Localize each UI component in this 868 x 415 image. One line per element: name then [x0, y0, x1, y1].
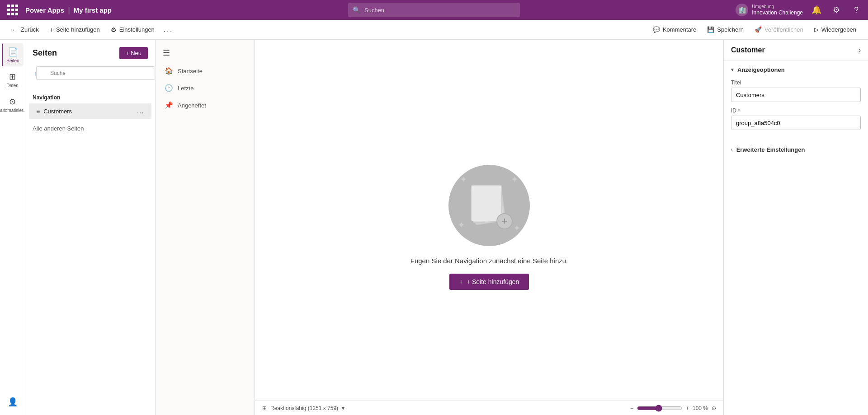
save-icon: 💾 [707, 26, 714, 33]
powerapps-label: Power Apps [25, 6, 64, 14]
add-icon: + [50, 26, 53, 33]
zoom-minus-icon[interactable]: − [630, 405, 633, 411]
right-panel-title: Customer [731, 46, 765, 54]
statusbar-chevron-icon[interactable]: ▾ [342, 405, 344, 411]
canvas-add-page-button[interactable]: + + Seite hinzufügen [449, 274, 529, 290]
customers-nav-item[interactable]: ≡ Customers ... [29, 103, 151, 119]
main-layout: 📄 Seiten ⊞ Daten ⊙ Automatisier... 👤 Sei… [0, 40, 868, 415]
settings-button[interactable]: ⚙ Einstellungen [106, 23, 159, 36]
right-panel-close-icon[interactable]: › [859, 46, 861, 54]
user-icon: 👤 [8, 397, 18, 407]
save-button[interactable]: 💾 Speichern [703, 23, 748, 36]
nav-letzte-label: Letzte [178, 85, 193, 92]
back-icon: ← [12, 26, 18, 33]
advanced-settings-section[interactable]: › Erweiterte Einstellungen [724, 141, 868, 159]
home-icon: 🏠 [165, 67, 173, 75]
settings-icon[interactable]: ⚙ [830, 4, 843, 16]
adv-settings-label: Erweiterte Einstellungen [736, 146, 805, 153]
sidebar-item-user[interactable]: 👤 [2, 393, 24, 410]
nav-letzte[interactable]: 🕐 Letzte [156, 79, 255, 97]
id-label: ID * [731, 107, 861, 114]
customers-nav-label: Customers [43, 108, 133, 115]
env-text: Umgebung Innovation Challenge [752, 4, 803, 16]
topbar-right: 🏢 Umgebung Innovation Challenge 🔔 ⚙ ? [736, 4, 863, 16]
navigation-section-title: Navigation [25, 91, 155, 103]
fit-screen-icon[interactable]: ⊙ [712, 405, 716, 411]
display-options-label: Anzeigeoptionen [737, 66, 785, 73]
right-panel: Customer › ▾ Anzeigeoptionen Titel ID * … [723, 40, 868, 415]
redo-icon: ▷ [814, 26, 819, 33]
sparkle-tr-icon: ✦ [511, 174, 519, 185]
nav-startseite[interactable]: 🏠 Startseite [156, 62, 255, 79]
env-bottom: Innovation Challenge [752, 9, 803, 16]
notifications-icon[interactable]: 🔔 [810, 4, 823, 16]
plus-circle-icon: + [496, 213, 513, 229]
nav-angeheftet[interactable]: 📌 Angeheftet [156, 97, 255, 114]
customers-more-icon[interactable]: ... [137, 107, 144, 115]
publish-button[interactable]: 🚀 Veröffentlichen [750, 23, 808, 36]
id-field: ID * [731, 107, 861, 130]
add-page-button[interactable]: + Seite hinzufügen [45, 23, 104, 36]
zoom-slider[interactable] [637, 405, 682, 412]
comments-label: Kommentare [663, 26, 696, 33]
comments-button[interactable]: 💬 Kommentare [648, 23, 701, 36]
sidebar-item-automatisierung[interactable]: ⊙ Automatisier... [2, 93, 24, 116]
cmdbar-right: 💬 Kommentare 💾 Speichern 🚀 Veröffentlich… [648, 23, 861, 36]
publish-label: Veröffentlichen [764, 26, 803, 33]
more-button[interactable]: ... [161, 25, 176, 34]
gear-icon: ⚙ [111, 26, 117, 33]
nav-panel: ☰ 🏠 Startseite 🕐 Letzte 📌 Angeheftet [156, 40, 255, 415]
settings-label: Einstellungen [119, 26, 155, 33]
nav-panel-toggle[interactable]: ☰ [156, 43, 255, 62]
comments-icon: 💬 [653, 26, 660, 33]
titel-label: Titel [731, 79, 861, 86]
icon-sidebar: 📄 Seiten ⊞ Daten ⊙ Automatisier... 👤 [0, 40, 25, 415]
brand-separator: | [68, 5, 70, 15]
data-icon: ⊞ [9, 72, 16, 82]
display-options-section: ▾ Anzeigeoptionen Titel ID * [724, 61, 868, 141]
automation-icon: ⊙ [9, 97, 16, 107]
customers-nav-icon: ≡ [36, 107, 40, 115]
new-page-label: + Neu [126, 50, 142, 56]
pages-search-input[interactable] [36, 66, 155, 80]
adv-settings-chevron: › [731, 147, 733, 153]
pages-icon: 📄 [8, 47, 18, 57]
add-page-label: Seite hinzufügen [56, 26, 100, 33]
clock-icon: 🕐 [165, 84, 173, 92]
app-name-label: My first app [74, 6, 112, 14]
all-other-pages-label: Alle anderen Seiten [25, 120, 155, 137]
empty-state-icon: ✦ ✦ ✦ + ✦ [448, 165, 530, 246]
pin-icon: 📌 [165, 101, 173, 109]
search-input[interactable] [348, 3, 520, 17]
back-button[interactable]: ← Zurück [7, 23, 43, 36]
back-label: Zurück [21, 26, 39, 33]
new-page-button[interactable]: + Neu [119, 47, 148, 59]
redo-button[interactable]: ▷ Wiedergeben [810, 23, 861, 36]
sidebar-item-seiten[interactable]: 📄 Seiten [2, 43, 24, 66]
id-input[interactable] [731, 116, 861, 130]
sidebar-item-daten[interactable]: ⊞ Daten [2, 68, 24, 91]
command-bar: ← Zurück + Seite hinzufügen ⚙ Einstellun… [0, 20, 868, 40]
display-options-header[interactable]: ▾ Anzeigeoptionen [731, 66, 861, 73]
zoom-level: 100 % [693, 405, 708, 411]
help-icon[interactable]: ? [850, 4, 863, 16]
environment-selector[interactable]: 🏢 Umgebung Innovation Challenge [736, 4, 803, 16]
empty-state-text: Fügen Sie der Navigation zunächst eine S… [410, 257, 568, 265]
env-top: Umgebung [752, 4, 803, 9]
sparkle-br-icon: ✦ [513, 223, 521, 233]
pages-search-container: 🔍 [31, 65, 150, 85]
env-icon: 🏢 [736, 4, 748, 16]
canvas-statusbar: ⊞ Reaktionsfähig (1251 x 759) ▾ − + 100 … [255, 401, 723, 415]
canvas-add-icon: + [459, 278, 463, 285]
search-container: 🔍 [348, 3, 520, 17]
apps-grid-icon[interactable] [5, 3, 20, 17]
sidebar-auto-label: Automatisier... [0, 108, 27, 113]
pages-header: Seiten + Neu [25, 40, 155, 63]
publish-icon: 🚀 [755, 26, 762, 33]
titel-input[interactable] [731, 88, 861, 102]
zoom-plus-icon[interactable]: + [686, 405, 689, 411]
page-sheet-front [471, 185, 502, 221]
display-options-chevron: ▾ [731, 67, 734, 73]
topbar: Power Apps | My first app 🔍 🏢 Umgebung I… [0, 0, 868, 20]
statusbar-size-label: Reaktionsfähig (1251 x 759) [270, 405, 338, 411]
